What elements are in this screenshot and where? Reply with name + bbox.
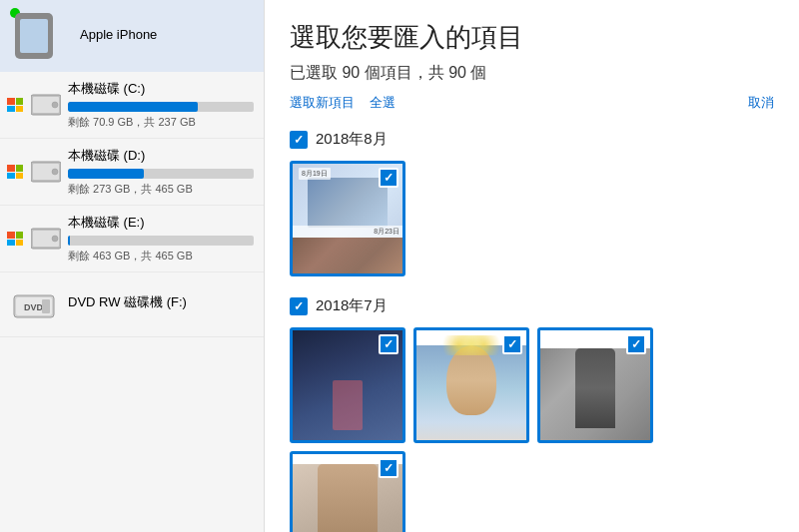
hdd-c-svg <box>31 91 61 119</box>
section-jul-header: 2018年7月 <box>290 296 774 315</box>
section-jul-checkbox[interactable] <box>290 297 308 315</box>
c-drive-bar <box>68 102 254 112</box>
c-drive-space: 剩餘 70.9 GB，共 237 GB <box>68 115 254 130</box>
jul-portrait <box>446 345 496 415</box>
hdd-c-icon <box>10 81 58 129</box>
e-drive-space: 剩餘 463 GB，共 465 GB <box>68 249 254 264</box>
jul-photo-2-check <box>502 334 522 354</box>
jul-flowers <box>441 335 501 355</box>
f-drive-name: DVD RW 磁碟機 (F:) <box>68 293 187 311</box>
action-bar: 選取新項目 全選 取消 <box>290 94 774 112</box>
jul-photo-2[interactable] <box>413 327 529 443</box>
d-drive-space: 剩餘 273 GB，共 465 GB <box>68 182 254 197</box>
jul-photo-4[interactable] <box>290 451 405 532</box>
aug-preview-img <box>308 178 388 228</box>
dvd-icon: DVD <box>10 280 58 328</box>
c-drive-fill <box>68 102 198 112</box>
jul-figure <box>333 380 363 430</box>
iphone-label: Apple iPhone <box>80 27 157 42</box>
svg-point-5 <box>52 169 58 175</box>
e-drive-bar <box>68 236 254 246</box>
select-new-link[interactable]: 選取新項目 <box>290 94 355 112</box>
sidebar: Apple iPhone 本機磁碟 (C:) 剩餘 70.9 GB，共 237 … <box>0 0 265 532</box>
hdd-d-svg <box>31 158 61 186</box>
jul-photo-4-check <box>379 458 399 478</box>
aug-photo-1[interactable]: 8月19日 8月23日 <box>290 161 405 276</box>
sidebar-item-e[interactable]: 本機磁碟 (E:) 剩餘 463 GB，共 465 GB <box>0 206 264 272</box>
windows-flag-e <box>7 232 23 246</box>
d-drive-name: 本機磁碟 (D:) <box>68 147 254 165</box>
aug-photo-1-check <box>379 168 399 188</box>
aug-bottom-img <box>293 238 402 273</box>
sidebar-item-f[interactable]: DVD DVD RW 磁碟機 (F:) <box>0 272 264 337</box>
c-drive-info: 本機磁碟 (C:) 剩餘 70.9 GB，共 237 GB <box>68 80 254 130</box>
e-drive-fill <box>68 236 70 246</box>
e-drive-name: 本機磁碟 (E:) <box>68 214 254 232</box>
svg-text:DVD: DVD <box>24 302 44 312</box>
select-all-link[interactable]: 全選 <box>370 94 396 112</box>
d-drive-info: 本機磁碟 (D:) 剩餘 273 GB，共 465 GB <box>68 147 254 197</box>
jul-photo-1-check <box>379 334 399 354</box>
jul-photos-grid <box>290 327 774 532</box>
section-aug-label: 2018年8月 <box>316 130 388 149</box>
sidebar-item-c[interactable]: 本機磁碟 (C:) 剩餘 70.9 GB，共 237 GB <box>0 72 264 139</box>
main-content: 選取您要匯入的項目 已選取 90 個項目，共 90 個 選取新項目 全選 取消 … <box>265 0 799 532</box>
aug-date-top: 8月19日 <box>299 168 331 180</box>
section-jul-label: 2018年7月 <box>316 296 388 315</box>
jul-silhouette <box>575 348 615 428</box>
sidebar-item-d[interactable]: 本機磁碟 (D:) 剩餘 273 GB，共 465 GB <box>0 139 264 206</box>
svg-point-8 <box>52 236 58 242</box>
selection-count: 已選取 90 個項目，共 90 個 <box>290 63 774 84</box>
svg-rect-12 <box>42 299 50 313</box>
dvd-svg: DVD <box>12 285 56 323</box>
hdd-d-icon <box>10 148 58 196</box>
jul-photo-2-bg <box>416 345 526 443</box>
iphone-device-icon <box>15 13 53 59</box>
section-aug-checkbox[interactable] <box>290 131 308 149</box>
c-drive-name: 本機磁碟 (C:) <box>68 80 254 98</box>
aug-photos-grid: 8月19日 8月23日 <box>290 161 774 276</box>
iphone-icon-container <box>10 12 58 60</box>
svg-point-2 <box>52 102 58 108</box>
jul-photo-3-check <box>626 334 646 354</box>
e-drive-info: 本機磁碟 (E:) 剩餘 463 GB，共 465 GB <box>68 214 254 264</box>
hdd-e-svg <box>31 225 61 253</box>
jul-body <box>318 464 378 532</box>
hdd-e-icon <box>10 215 58 263</box>
aug-date-bottom: 8月23日 <box>293 226 402 238</box>
jul-photo-1[interactable] <box>290 327 405 443</box>
windows-flag-d <box>7 165 23 179</box>
jul-photo-3-bg <box>540 348 650 443</box>
section-aug-header: 2018年8月 <box>290 130 774 149</box>
d-drive-bar <box>68 169 254 179</box>
sidebar-item-iphone[interactable]: Apple iPhone <box>0 0 264 72</box>
aug-photo-bottom-area: 8月23日 <box>293 226 402 273</box>
page-title: 選取您要匯入的項目 <box>290 20 774 55</box>
windows-flag-c <box>7 98 23 112</box>
jul-photo-3[interactable] <box>537 327 653 443</box>
iphone-screen <box>20 19 48 53</box>
cancel-link[interactable]: 取消 <box>748 94 774 112</box>
actions-left: 選取新項目 全選 <box>290 94 396 112</box>
d-drive-fill <box>68 169 144 179</box>
